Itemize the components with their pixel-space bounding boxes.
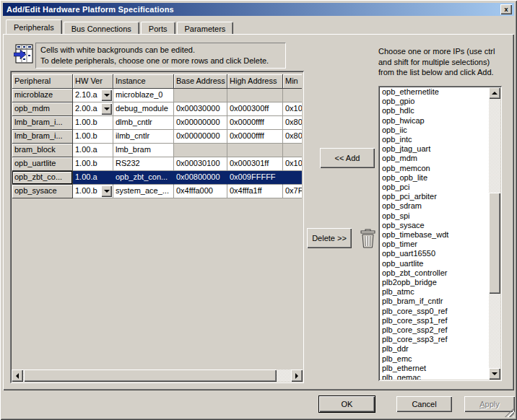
table-row[interactable]: opb_mdm2.00.adebug_module0x000300000x000… [12,102,302,116]
cell-min[interactable] [283,171,302,185]
ip-list-item[interactable]: opb_timebase_wdt [380,230,489,240]
ip-list-item[interactable]: opb_jtag_uart [380,144,489,154]
cell-hw-ver[interactable]: 1.00.b [73,116,113,130]
cell-base-address[interactable] [174,144,227,157]
trash-icon[interactable] [360,229,376,248]
table-row[interactable]: opb_uartlite1.00.bRS2320x000301000x00030… [12,157,302,171]
ip-list-item[interactable]: opb_mdm [380,154,489,163]
cell-peripheral[interactable]: opb_zbt_co... [12,171,73,185]
cell-instance[interactable]: ilmb_cntlr [113,130,174,144]
cell-hw-ver[interactable]: 1.00.a [73,171,113,185]
ip-list-item[interactable]: plb_gemac [380,373,489,380]
scroll-up-button[interactable] [489,87,500,99]
cell-min[interactable] [283,144,302,157]
cell-base-address[interactable]: 0x00030000 [174,102,227,116]
add-button[interactable]: << Add [320,148,375,168]
cell-base-address[interactable]: 0x00800000 [174,171,227,185]
ip-list-item[interactable]: opb_iic [380,126,489,135]
ip-list-item[interactable]: opb_intc [380,135,489,144]
cell-min[interactable]: 0x7F [283,185,302,198]
ip-list-item[interactable]: plb_core_ssp2_ref [380,325,489,335]
tab-bus-connections[interactable]: Bus Connections [64,22,139,34]
table-row[interactable]: lmb_bram_i...1.00.bilmb_cntlr0x000000000… [12,130,302,144]
cell-peripheral[interactable]: bram_block [12,144,73,157]
scroll-down-button[interactable] [489,368,500,380]
cell-base-address[interactable]: 0x00000000 [174,116,227,130]
cell-base-address[interactable] [174,89,227,102]
cell-min[interactable]: 0x10 [283,102,302,116]
cell-peripheral[interactable]: opb_sysace [12,185,73,198]
close-button[interactable]: x [500,4,512,14]
cell-high-address[interactable] [227,144,283,157]
ip-list-item[interactable]: opb_ethernetlite [380,87,489,97]
ip-list-item[interactable]: plb_core_ssp0_ref [380,307,489,316]
ip-listbox[interactable]: opb_ethernetliteopb_gpioopb_hdlcopb_hwic… [378,86,502,381]
cell-instance[interactable]: dlmb_cntlr [113,116,174,130]
ip-list-item[interactable]: opb_opb_lite [380,173,489,183]
ip-list-item[interactable]: opb_memcon [380,164,489,173]
table-horizontal-scrollbar[interactable] [12,369,303,382]
cell-high-address[interactable]: 0x0000ffff [227,116,283,130]
delete-button[interactable]: Delete >> [307,228,352,248]
ip-list-item[interactable]: opb_gpio [380,97,489,106]
ip-list-item[interactable]: opb_zbt_controller [380,268,489,278]
cell-base-address[interactable]: 0x4fffa000 [174,185,227,198]
cell-high-address[interactable]: 0x0000ffff [227,130,283,144]
ok-button[interactable]: OK [318,395,375,413]
cell-instance[interactable]: microblaze_0 [113,89,174,102]
cell-hw-ver[interactable]: 1.00.b [73,130,113,144]
tab-parameters[interactable]: Parameters [177,22,234,34]
cell-peripheral[interactable]: microblaze [12,89,73,102]
table-row[interactable]: microblaze2.10.amicroblaze_0 [12,89,302,102]
ip-list-item[interactable]: opb_hwicap [380,116,489,126]
ip-list-item[interactable]: opb_uartlite [380,259,489,268]
cell-hw-ver[interactable]: 1.00.b [73,157,113,171]
tab-peripherals[interactable]: Peripherals [6,19,62,34]
cell-peripheral[interactable]: opb_mdm [12,102,73,116]
ip-list-item[interactable]: plb_bram_if_cntlr [380,297,489,306]
ip-list-item[interactable]: plb_core_ssp3_ref [380,335,489,344]
cell-hw-ver[interactable]: 1.00.b [73,185,113,198]
ip-list-item[interactable]: opb_spi [380,211,489,221]
ip-list-item[interactable]: opb_uart16550 [380,249,489,258]
ip-list-item[interactable]: opb_sdram [380,201,489,211]
cell-high-address[interactable]: 0x000301ff [227,157,283,171]
title-bar[interactable]: Add/Edit Hardware Platform Specification… [3,3,514,16]
table-row[interactable]: opb_zbt_co...1.00.aopb_zbt_con...0x00800… [12,171,302,185]
cell-instance[interactable]: lmb_bram [113,144,174,157]
ip-list-item[interactable]: opb_sysace [380,221,489,230]
ip-list-item[interactable]: opb_pci_arbiter [380,192,489,201]
cancel-button[interactable]: Cancel [396,396,452,412]
scroll-left-button[interactable] [12,369,23,382]
cell-instance[interactable]: system_ace_... [113,185,174,198]
hw-ver-dropdown-button[interactable] [101,185,112,197]
ip-list-item[interactable]: plb_emc [380,354,489,364]
scroll-right-button[interactable] [291,369,303,382]
cell-peripheral[interactable]: lmb_bram_i... [12,116,73,130]
cell-instance[interactable]: debug_module [113,102,174,116]
cell-high-address[interactable] [227,89,283,102]
ip-list-item[interactable]: plb_atmc [380,287,489,297]
cell-peripheral[interactable]: opb_uartlite [12,157,73,171]
cell-instance[interactable]: RS232 [113,157,174,171]
cell-hw-ver[interactable]: 2.10.a [73,89,113,102]
table-row[interactable]: opb_sysace1.00.bsystem_ace_...0x4fffa000… [12,185,302,198]
cell-hw-ver[interactable]: 1.00.a [73,144,113,157]
cell-instance[interactable]: opb_zbt_con... [113,171,174,185]
hscroll-thumb[interactable] [24,369,277,382]
table-row[interactable]: bram_block1.00.almb_bram [12,144,302,157]
hw-ver-dropdown-button[interactable] [101,103,112,115]
ip-list-item[interactable]: plb_core_ssp1_ref [380,316,489,325]
ip-list-item[interactable]: opb_hdlc [380,106,489,115]
cell-high-address[interactable]: 0x009FFFFF [227,171,283,185]
cell-base-address[interactable]: 0x00000000 [174,130,227,144]
ip-list-item[interactable]: plb_ethernet [380,364,489,373]
tab-ports[interactable]: Ports [141,22,175,34]
cell-hw-ver[interactable]: 2.00.a [73,102,113,116]
ip-list-item[interactable]: opb_timer [380,240,489,249]
cell-high-address[interactable]: 0x4fffa1ff [227,185,283,198]
cell-base-address[interactable]: 0x00030100 [174,157,227,171]
hw-ver-dropdown-button[interactable] [101,89,112,101]
cell-high-address[interactable]: 0x000300ff [227,102,283,116]
list-vertical-scrollbar[interactable] [489,87,500,380]
